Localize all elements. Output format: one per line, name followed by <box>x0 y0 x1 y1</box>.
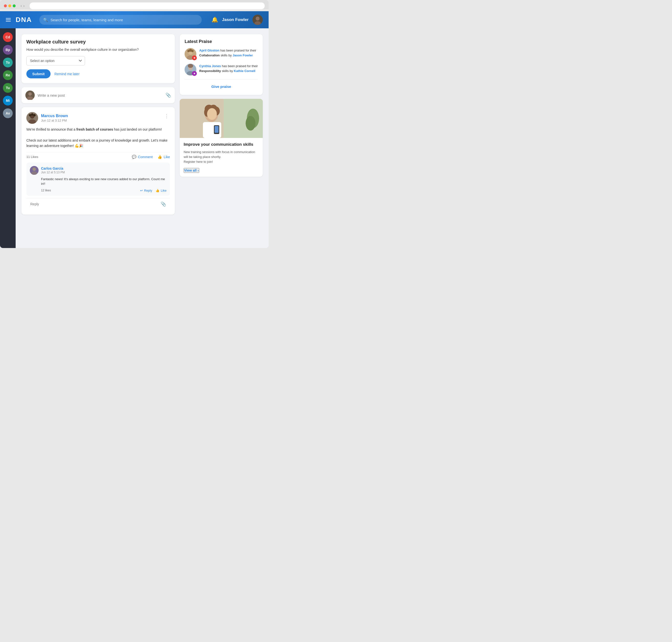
browser-dots <box>4 4 16 7</box>
browser-chrome: ‹ › <box>0 0 269 9</box>
svg-point-28 <box>246 116 255 131</box>
sidebar-item-cd[interactable]: Cd <box>3 32 13 42</box>
comment-body: Fantastic news! It's always exciting to … <box>30 177 166 186</box>
left-column: Workplace culture survey How would you d… <box>22 34 175 242</box>
comment-like-button[interactable]: 👍 Like <box>155 189 166 192</box>
like-button[interactable]: 👍 Like <box>157 155 170 159</box>
give-praise-button[interactable]: Give praise <box>185 83 258 90</box>
sidebar-item-to[interactable]: To <box>3 57 13 67</box>
view-all-button[interactable]: View all › <box>183 168 199 173</box>
survey-card: Workplace culture survey How would you d… <box>22 34 175 83</box>
browser-nav[interactable]: ‹ › <box>21 4 25 8</box>
sidebar-label-re: Re <box>5 73 10 77</box>
sidebar-item-mi[interactable]: Mi <box>3 96 13 105</box>
svg-point-20 <box>191 50 194 52</box>
user-avatar-image <box>25 91 35 100</box>
praise-praised-2[interactable]: Cynthia Jones <box>199 64 221 68</box>
training-description: New training sessions with focus in comm… <box>183 150 259 164</box>
sidebar-item-bp[interactable]: Bp <box>3 45 13 55</box>
post-header: Marcus Brown Jun 12 at 3:12 PM ⋮ <box>26 112 170 124</box>
svg-point-24 <box>188 64 193 68</box>
training-card: Improve your communication skills New tr… <box>180 99 263 177</box>
reply-icon: ↩ <box>140 189 143 192</box>
svg-point-4 <box>28 92 32 96</box>
reply-attachment-icon[interactable]: 📎 <box>161 201 166 207</box>
post-user-avatar <box>25 91 35 100</box>
praise-item-2: ★ Cynthia Jones has been praised for the… <box>185 64 258 75</box>
search-bar[interactable]: 🔍 Search for people, teams, learning and… <box>39 15 202 25</box>
avatar-image <box>253 15 263 25</box>
sidebar-label-to: To <box>6 61 10 64</box>
praise-praised-1[interactable]: April Gloston <box>199 49 219 52</box>
sidebar-label-av: Av <box>5 111 10 115</box>
post-body-bold: fresh batch of courses <box>76 127 113 131</box>
praise-avatar-wrap-2: ★ <box>185 64 196 75</box>
post-author-name[interactable]: Marcus Brown <box>41 114 68 118</box>
post-menu-icon[interactable]: ⋮ <box>163 112 170 120</box>
svg-point-9 <box>29 114 31 116</box>
post-author-info: Marcus Brown Jun 12 at 3:12 PM <box>41 114 68 122</box>
survey-select[interactable]: Select an option Very positive Positive … <box>26 56 85 65</box>
survey-actions: Submit Remind me later <box>26 69 170 78</box>
latest-praise-card: Latest Praise <box>180 34 263 95</box>
reply-input-card: 📎 <box>26 198 170 210</box>
nav-right: 🔔 Jason Fowler <box>212 15 263 25</box>
close-dot[interactable] <box>4 4 7 7</box>
chevron-right-icon: › <box>198 168 199 172</box>
sidebar-label-cd: Cd <box>5 35 10 39</box>
back-icon[interactable]: ‹ <box>21 4 22 8</box>
training-title: Improve your communication skills <box>183 142 259 147</box>
praise-star-1: ★ <box>192 55 197 60</box>
view-all-label: View all <box>184 168 196 172</box>
submit-button[interactable]: Submit <box>26 69 51 78</box>
sidebar-item-re[interactable]: Re <box>3 70 13 80</box>
navbar: DNA 🔍 Search for people, teams, learning… <box>0 11 269 28</box>
post-body: We're thrilled to announce that a fresh … <box>26 127 170 149</box>
app-logo: DNA <box>16 16 32 24</box>
post-footer: 11 Likes 💬 Comment 👍 Like <box>26 152 170 159</box>
search-icon: 🔍 <box>43 17 48 22</box>
forward-icon[interactable]: › <box>23 4 24 8</box>
reply-input[interactable] <box>30 202 158 206</box>
praise-praiser-1[interactable]: Jason Fowler <box>233 53 253 57</box>
comment-timestamp: Jun 12 at 5:13 PM <box>41 171 65 174</box>
svg-rect-37 <box>215 126 218 133</box>
post-body-line1: We're thrilled to announce that a fresh … <box>26 127 170 132</box>
maximize-dot[interactable] <box>13 4 16 7</box>
comment-button[interactable]: 💬 Comment <box>132 155 153 159</box>
attachment-icon[interactable]: 📎 <box>166 92 171 98</box>
new-post-input[interactable] <box>38 93 163 98</box>
sidebar: Cd Bp To Re Tu Mi Av <box>0 28 16 248</box>
browser-url-bar[interactable] <box>29 2 265 9</box>
sidebar-item-av[interactable]: Av <box>3 108 13 118</box>
comment-reply-button[interactable]: ↩ Reply <box>140 189 152 192</box>
minimize-dot[interactable] <box>8 4 11 7</box>
search-placeholder: Search for people, teams, learning and m… <box>51 18 123 22</box>
post-body-line2: Check out our latest additions and embar… <box>26 138 170 149</box>
praise-praiser-2[interactable]: Kathie Cornell <box>234 69 255 73</box>
comment-header: Carlos García Jun 12 at 5:13 PM <box>30 166 166 175</box>
praise-skill-2: Responsibility <box>199 69 221 73</box>
sidebar-label-tu: Tu <box>6 86 10 90</box>
notification-bell-icon[interactable]: 🔔 <box>212 17 218 23</box>
hamburger-menu[interactable] <box>6 18 11 22</box>
app-wrapper: DNA 🔍 Search for people, teams, learning… <box>0 11 269 248</box>
comment-like-icon: 👍 <box>155 189 160 192</box>
praise-text-2: Cynthia Jones has been praised for their… <box>199 64 258 74</box>
carlos-avatar-image <box>30 166 39 175</box>
praise-avatar-wrap-1: ★ <box>185 48 196 60</box>
post-author-row: Marcus Brown Jun 12 at 3:12 PM <box>26 112 68 124</box>
comment-author-info: Carlos García Jun 12 at 5:13 PM <box>41 166 65 174</box>
comment-likes-count: 12 likes <box>41 189 51 192</box>
nav-avatar[interactable] <box>253 15 263 25</box>
comment-icon: 💬 <box>132 155 137 159</box>
comment-footer: 12 likes ↩ Reply 👍 Like <box>30 189 166 192</box>
comment-author-name[interactable]: Carlos García <box>41 166 65 170</box>
sidebar-label-bp: Bp <box>5 48 10 52</box>
svg-point-1 <box>256 17 259 21</box>
remind-later-button[interactable]: Remind me later <box>54 72 80 76</box>
svg-point-10 <box>31 113 34 116</box>
sidebar-item-tu[interactable]: Tu <box>3 83 13 93</box>
like-label: Like <box>164 155 170 159</box>
training-illustration <box>180 99 263 138</box>
